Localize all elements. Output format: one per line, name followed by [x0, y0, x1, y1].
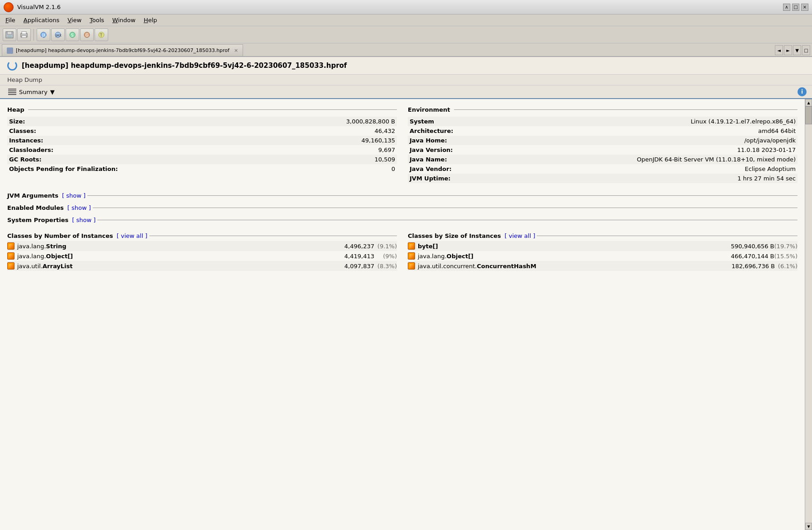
title-bar-controls[interactable]: ∧ □ ×: [783, 4, 808, 11]
heap-row-classloaders: Classloaders: 9,697: [7, 145, 397, 155]
title-bar: VisualVM 2.1.6 ∧ □ ×: [0, 0, 812, 14]
env-system-value: Linux (4.19.12-1.el7.elrepo.x86_64): [691, 118, 798, 125]
summary-toolbar: Summary ▼ i: [0, 85, 812, 99]
classes-size-viewall-link[interactable]: [ view all ]: [503, 232, 537, 239]
env-system-label: System: [408, 118, 434, 125]
toolbar-btn-print[interactable]: [17, 28, 31, 41]
scrollbar-down-button[interactable]: ▼: [805, 523, 812, 530]
classes-by-size: Classes by Size of Instances [ view all …: [408, 232, 798, 271]
class-instance-row-2: java.util.ArrayList 4,097,837 (8.3%): [7, 261, 397, 271]
class-name-0: java.lang.String: [17, 243, 338, 250]
menu-view[interactable]: View: [64, 16, 85, 24]
system-properties-section: System Properties [ show ]: [7, 217, 798, 223]
env-javahome-value: /opt/java/openjdk: [744, 137, 798, 144]
env-javaname-value: OpenJDK 64-Bit Server VM (11.0.18+10, mi…: [637, 156, 798, 163]
heap-size-label: Size:: [7, 118, 25, 125]
class-size-pct-1: (15.5%): [774, 253, 798, 260]
class-size-icon-2: [408, 262, 415, 270]
scrollbar-track[interactable]: [805, 106, 812, 523]
heap-row-pending: Objects Pending for Finalization: 0: [7, 164, 397, 174]
toolbar-btn-jmx[interactable]: JMX: [51, 28, 65, 41]
minimize-button[interactable]: ∧: [783, 4, 790, 11]
toolbar-btn-save[interactable]: [3, 28, 16, 41]
toolbar-btn-heap[interactable]: JX: [37, 28, 50, 41]
class-count-2: 4,097,837: [338, 263, 374, 270]
toolbar-btn-thread[interactable]: T: [95, 28, 108, 41]
menu-bar: File Applications View Tools Window Help: [0, 14, 812, 26]
tab-prev-button[interactable]: ◄: [775, 45, 783, 55]
menu-help[interactable]: Help: [140, 16, 161, 24]
env-section-header: Environment: [408, 106, 798, 113]
tab-next-button[interactable]: ►: [784, 45, 792, 55]
classes-instances-viewall-link[interactable]: [ view all ]: [115, 232, 149, 239]
jvm-arguments-show-link[interactable]: [ show ]: [60, 192, 87, 199]
env-row-javavendor: Java Vendor: Eclipse Adoptium: [408, 164, 798, 174]
class-size-count-2: 182,696,736 B: [731, 263, 775, 270]
toolbar-btn-snapshot[interactable]: S: [66, 28, 79, 41]
info-button[interactable]: i: [798, 87, 807, 96]
maximize-button[interactable]: □: [792, 4, 799, 11]
class-size-name-2: java.util.concurrent.ConcurrentHashM: [418, 263, 731, 270]
vertical-scrollbar[interactable]: ▲ ▼: [805, 99, 812, 530]
class-name-1: java.lang.Object[]: [17, 253, 338, 260]
classes-size-line: [537, 236, 798, 236]
class-size-pct-2: (6.1%): [775, 263, 798, 270]
heap-row-classes: Classes: 46,432: [7, 126, 397, 136]
scrollbar-up-button[interactable]: ▲: [805, 99, 812, 106]
heap-instances-label: Instances:: [7, 137, 43, 144]
tab-close-button[interactable]: ×: [234, 47, 238, 53]
heap-row-gcroots: GC Roots: 10,509: [7, 155, 397, 164]
class-size-row-1: java.lang.Object[] 466,470,144 B (15.5%): [408, 251, 798, 261]
env-section-line: [454, 109, 798, 110]
tab-nav: ◄ ► ▼ □: [773, 44, 812, 56]
env-row-javaversion: Java Version: 11.0.18 2023-01-17: [408, 145, 798, 155]
classes-columns: Classes by Number of Instances [ view al…: [7, 229, 798, 271]
tab-maximize-button[interactable]: □: [802, 45, 810, 55]
close-button[interactable]: ×: [801, 4, 808, 11]
svg-text:JX: JX: [42, 33, 46, 38]
heap-environment-columns: Heap Size: 3,000,828,800 B Classes: 46,4…: [7, 104, 798, 183]
class-size-row-0: byte[] 590,940,656 B (19.7%): [408, 241, 798, 251]
system-properties-title: System Properties: [7, 217, 70, 223]
class-size-pct-0: (19.7%): [774, 243, 798, 250]
class-size-icon-0: [408, 242, 415, 250]
env-row-system: System Linux (4.19.12-1.el7.elrepo.x86_6…: [408, 117, 798, 126]
main-area: [heapdump] heapdump-devops-jenkins-7bdb9…: [0, 43, 812, 530]
class-pct-2: (8.3%): [374, 263, 397, 270]
scrollbar-thumb[interactable]: [805, 106, 812, 124]
jvm-arguments-header: JVM Arguments [ show ]: [7, 192, 798, 199]
env-javaname-label: Java Name:: [408, 156, 447, 163]
heap-section-title: Heap: [7, 106, 28, 113]
env-section-title: Environment: [408, 106, 454, 113]
heap-section: Heap Size: 3,000,828,800 B Classes: 46,4…: [7, 104, 397, 183]
system-properties-show-link[interactable]: [ show ]: [70, 217, 97, 223]
summary-button[interactable]: Summary ▼: [5, 88, 57, 96]
menu-tools[interactable]: Tools: [86, 16, 108, 24]
toolbar-btn-gc[interactable]: G: [80, 28, 94, 41]
heapdump-tab[interactable]: [heapdump] heapdump-devops-jenkins-7bdb9…: [2, 44, 243, 56]
menu-applications[interactable]: Applications: [20, 16, 63, 24]
scroll-wrapper: Heap Size: 3,000,828,800 B Classes: 46,4…: [0, 99, 812, 530]
file-title: [heapdump] heapdump-devops-jenkins-7bdb9…: [22, 62, 347, 70]
menu-window[interactable]: Window: [109, 16, 139, 24]
classes-size-header: Classes by Size of Instances [ view all …: [408, 232, 798, 239]
jvm-arguments-line: [87, 195, 798, 196]
enabled-modules-show-link[interactable]: [ show ]: [66, 204, 93, 211]
heap-classes-value: 46,432: [375, 128, 397, 134]
class-icon-1: [7, 252, 14, 260]
env-row-javaname: Java Name: OpenJDK 64-Bit Server VM (11.…: [408, 155, 798, 164]
class-size-name-1: java.lang.Object[]: [418, 253, 731, 260]
env-javaversion-value: 11.0.18 2023-01-17: [737, 147, 798, 153]
env-row-javahome: Java Home: /opt/java/openjdk: [408, 136, 798, 145]
heap-dump-label: Heap Dump: [0, 75, 812, 85]
svg-rect-1: [7, 32, 12, 34]
classes-instances-line: [149, 236, 397, 236]
tab-dropdown-button[interactable]: ▼: [793, 45, 801, 55]
summary-dropdown[interactable]: ▼: [50, 89, 55, 95]
heap-classloaders-value: 9,697: [378, 147, 397, 153]
menu-file[interactable]: File: [2, 16, 19, 24]
content-area: [heapdump] heapdump-devops-jenkins-7bdb9…: [0, 57, 812, 530]
classes-size-table: byte[] 590,940,656 B (19.7%) java.lang.O…: [408, 241, 798, 271]
enabled-modules-header: Enabled Modules [ show ]: [7, 204, 798, 211]
heap-classloaders-label: Classloaders:: [7, 147, 53, 153]
